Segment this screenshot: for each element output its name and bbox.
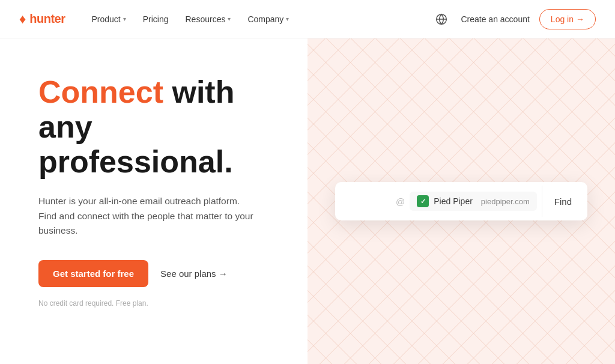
- language-button[interactable]: [432, 10, 451, 29]
- nav-resources[interactable]: Resources ▾: [178, 10, 238, 29]
- nav-company[interactable]: Company ▾: [240, 10, 296, 29]
- logo-text: hunter: [29, 12, 65, 26]
- navbar: ♦ hunter Product ▾ Pricing Resources ▾ C…: [0, 0, 615, 38]
- email-input[interactable]: [345, 196, 391, 207]
- nav-right: Create an account Log in →: [432, 9, 596, 29]
- no-credit-disclaimer: No credit card required. Free plan.: [38, 299, 279, 308]
- company-domain: piedpiper.com: [481, 197, 530, 206]
- hero-description: Hunter is your all-in-one email outreach…: [38, 194, 255, 238]
- right-panel: @ ✓ Pied Piper piedpiper.com Find: [308, 38, 615, 364]
- company-logo: ✓: [417, 195, 429, 207]
- company-name: Pied Piper: [434, 196, 473, 206]
- create-account-button[interactable]: Create an account: [461, 14, 529, 24]
- company-logo-icon: ✓: [420, 198, 426, 205]
- left-panel: Connect with any professional. Hunter is…: [0, 38, 308, 364]
- logo[interactable]: ♦ hunter: [19, 11, 65, 27]
- find-button[interactable]: Find: [542, 186, 584, 217]
- login-button[interactable]: Log in →: [539, 9, 596, 29]
- nav-product[interactable]: Product ▾: [84, 10, 133, 29]
- nav-pricing[interactable]: Pricing: [136, 10, 176, 29]
- at-symbol: @: [396, 196, 405, 207]
- arrow-right-icon: →: [576, 14, 584, 24]
- get-started-button[interactable]: Get started for free: [38, 260, 148, 287]
- see-plans-link[interactable]: See our plans →: [160, 268, 228, 279]
- main-content: Connect with any professional. Hunter is…: [0, 38, 615, 364]
- chevron-down-icon: ▾: [123, 16, 126, 22]
- cta-row: Get started for free See our plans →: [38, 260, 279, 287]
- hero-title: Connect with any professional.: [38, 74, 279, 180]
- email-search-widget: @ ✓ Pied Piper piedpiper.com Find: [335, 182, 587, 220]
- company-selector[interactable]: ✓ Pied Piper piedpiper.com: [410, 192, 537, 211]
- nav-links: Product ▾ Pricing Resources ▾ Company ▾: [84, 10, 432, 29]
- chevron-down-icon: ▾: [286, 16, 289, 22]
- logo-icon: ♦: [19, 11, 26, 27]
- hero-title-orange: Connect: [38, 74, 163, 109]
- chevron-down-icon: ▾: [228, 16, 231, 22]
